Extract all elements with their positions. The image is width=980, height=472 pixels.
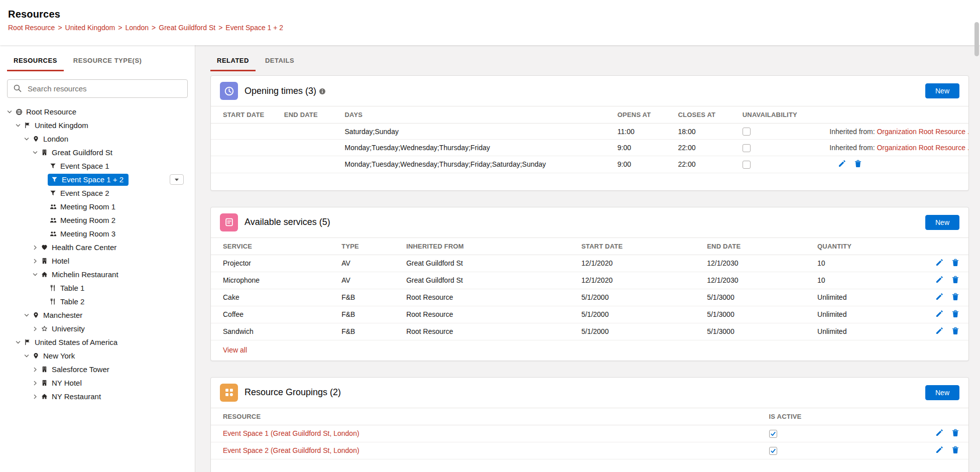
chevron-down-icon[interactable] [22, 136, 31, 142]
chevron-down-icon[interactable] [31, 272, 39, 278]
tree-item-label: Meeting Room 2 [60, 216, 115, 224]
tree-item-meeting-room-1[interactable]: Meeting Room 1 [0, 200, 195, 213]
tree-item-ny-restaurant[interactable]: NY Restaurant [0, 390, 195, 403]
tree-item-ny-hotel[interactable]: NY Hotel [0, 376, 195, 390]
checkbox-unchecked[interactable] [743, 128, 751, 136]
checkbox-checked[interactable] [769, 430, 777, 438]
chevron-down-icon[interactable] [14, 123, 22, 129]
edit-button[interactable] [935, 429, 943, 437]
inherited-from-link[interactable]: Organization Root Resource . [877, 144, 968, 152]
edit-button[interactable] [838, 160, 846, 168]
chevron-right-icon[interactable] [31, 367, 39, 373]
card-footer [211, 173, 968, 190]
breadcrumb-link-root-resource[interactable]: Root Resource [8, 24, 55, 32]
tree-item-table-2[interactable]: Table 2 [0, 295, 195, 308]
tree-item-content: New York [31, 351, 75, 360]
resource-grouping-link[interactable]: Event Space 2 (Great Guildford St, Londo… [223, 446, 359, 454]
view-all-link[interactable]: View all [223, 346, 247, 354]
resource-grouping-link[interactable]: Event Space 1 (Great Guildford St, Londo… [223, 429, 359, 437]
tree-item-meeting-room-2[interactable]: Meeting Room 2 [0, 213, 195, 227]
tree-item-london[interactable]: London [0, 132, 195, 146]
delete-button[interactable] [951, 429, 959, 437]
edit-button[interactable] [935, 327, 943, 335]
service-row: MicrophoneAVGreat Guildford St12/1/20201… [211, 272, 968, 289]
breadcrumb-link-event-space-1-2[interactable]: Event Space 1 + 2 [225, 24, 283, 32]
column-opens-at: OPENS AT [612, 106, 673, 124]
new-opening-time-button[interactable]: New [925, 83, 959, 98]
chevron-right-icon[interactable] [31, 394, 39, 400]
edit-button[interactable] [935, 446, 943, 454]
tree-item-event-space-1[interactable]: Event Space 1 [0, 159, 195, 173]
delete-button[interactable] [951, 293, 959, 301]
tree-item-content: Root Resource [14, 107, 76, 116]
tree-item-manchester[interactable]: Manchester [0, 308, 195, 322]
vertical-scrollbar-thumb[interactable] [974, 22, 979, 56]
people-icon [49, 203, 57, 210]
chevron-down-icon[interactable] [22, 353, 31, 359]
edit-button[interactable] [935, 259, 943, 267]
tree-item-salesforce-tower[interactable]: Salesforce Tower [0, 363, 195, 376]
tree-item-content: Manchester [31, 311, 82, 319]
tab-resource-type-s[interactable]: RESOURCE TYPE(S) [67, 52, 149, 71]
chevron-right-icon[interactable] [31, 380, 39, 386]
chevron-down-icon[interactable] [14, 339, 22, 345]
breadcrumb-link-united-kingdom[interactable]: United Kingdom [65, 24, 115, 32]
selected-item-menu-button[interactable] [170, 174, 184, 185]
cell-start-date: 12/1/2020 [576, 255, 702, 272]
info-icon[interactable] [319, 88, 326, 95]
edit-button[interactable] [935, 276, 943, 284]
delete-button[interactable] [951, 259, 959, 267]
tree-item-event-space-1-2[interactable]: Event Space 1 + 2 [0, 173, 195, 186]
tree-item-event-space-2[interactable]: Event Space 2 [0, 186, 195, 200]
edit-button[interactable] [935, 310, 943, 318]
tree-item-label: Health Care Center [52, 243, 116, 252]
breadcrumb-link-great-guildford-st[interactable]: Great Guildford St [159, 24, 215, 32]
chevron-down-icon[interactable] [31, 150, 39, 156]
tree-item-new-york[interactable]: New York [0, 349, 195, 363]
chevron-down-icon[interactable] [22, 312, 31, 318]
cell-inherited-from: Great Guildford St [401, 272, 576, 289]
new-service-button[interactable]: New [925, 215, 959, 230]
tree-item-meeting-room-3[interactable]: Meeting Room 3 [0, 227, 195, 241]
chevron-down-icon[interactable] [5, 109, 14, 115]
tab-related[interactable]: RELATED [210, 52, 256, 71]
search-input[interactable] [7, 79, 188, 98]
inherited-from-link[interactable]: Organization Root Resource . [877, 128, 968, 136]
delete-button[interactable] [951, 327, 959, 335]
tree-item-label: Event Space 2 [60, 189, 109, 197]
breadcrumb-link-london[interactable]: London [125, 24, 149, 32]
delete-button[interactable] [951, 276, 959, 284]
tree-item-united-states-of-america[interactable]: United States of America [0, 335, 195, 349]
tree-item-united-kingdom[interactable]: United Kingdom [0, 119, 195, 132]
new-grouping-button[interactable]: New [925, 385, 959, 400]
delete-button[interactable] [854, 160, 862, 168]
chevron-right-icon[interactable] [31, 326, 39, 332]
tree-item-university[interactable]: University [0, 322, 195, 335]
inherited-from-label: Inherited from: [829, 128, 877, 136]
tree-item-content: Meeting Room 1 [48, 202, 115, 211]
edit-button[interactable] [935, 293, 943, 301]
tree-item-label: NY Hotel [52, 379, 82, 387]
building-icon [40, 366, 49, 373]
tree-item-content: London [31, 135, 68, 143]
checkbox-unchecked[interactable] [743, 144, 751, 152]
tree-item-health-care-center[interactable]: Health Care Center [0, 241, 195, 254]
delete-button[interactable] [951, 446, 959, 454]
grouping-icon [220, 384, 238, 402]
tab-details[interactable]: DETAILS [259, 52, 301, 71]
tree-item-root-resource[interactable]: Root Resource [0, 105, 195, 119]
tree-item-michelin-restaurant[interactable]: Michelin Restaurant [0, 268, 195, 281]
tab-resources[interactable]: RESOURCES [7, 52, 64, 71]
tree-item-content: Event Space 1 + 2 [48, 174, 129, 186]
tree-item-table-1[interactable]: Table 1 [0, 281, 195, 295]
tree-item-hotel[interactable]: Hotel [0, 254, 195, 268]
chevron-right-icon[interactable] [31, 258, 39, 264]
resource-groupings-card: Resource Groupings (2) New RESOURCE IS A… [210, 377, 969, 472]
tree-item-great-guildford-st[interactable]: Great Guildford St [0, 146, 195, 159]
chevron-right-icon[interactable] [31, 245, 39, 251]
checkbox-checked[interactable] [769, 447, 777, 455]
delete-button[interactable] [951, 310, 959, 318]
opening-time-row: Saturday;Sunday11:0018:00Inherited from:… [211, 124, 968, 140]
cell-start-date [211, 124, 279, 140]
checkbox-unchecked[interactable] [743, 161, 751, 169]
